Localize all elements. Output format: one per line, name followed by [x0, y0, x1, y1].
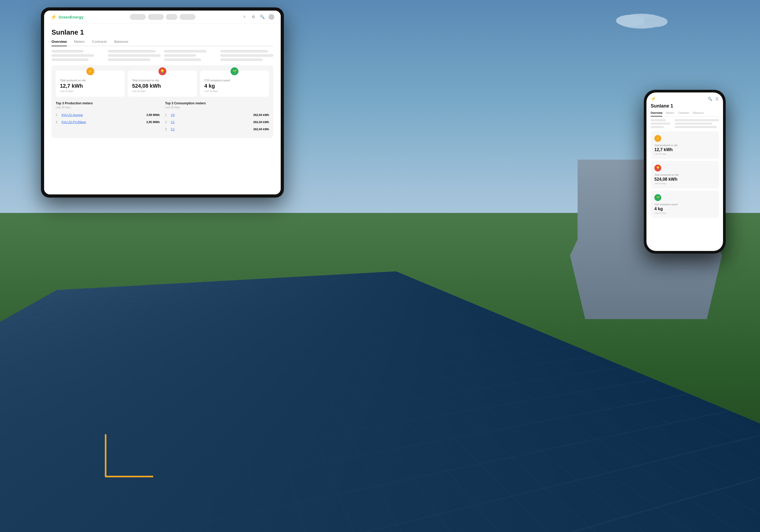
phone-content: Sunlane 1 Overview Meters Contracts Bala…	[646, 103, 723, 251]
co2-period: Last 30 days	[204, 90, 265, 92]
meter-value: 3,99 MWh	[146, 113, 160, 117]
stat-card-consumption: 💡 Total consumed on site 524,08 kWh Last…	[128, 71, 197, 97]
skeleton-col-3	[164, 50, 217, 61]
meter-name-link[interactable]: C1	[171, 121, 253, 123]
production-label: Total produced on site	[60, 79, 120, 82]
meter-name-link[interactable]: KVU-Z2-PV-65kwp	[62, 121, 146, 123]
consumption-table-period: Last 30 days	[165, 106, 269, 109]
tab-balances[interactable]: Balances	[114, 40, 128, 46]
meters-tables: Top 3 Production meters Last 30 days 1 K…	[56, 101, 269, 133]
meter-value: 262,04 kWh	[253, 121, 269, 123]
skeleton-bar	[52, 50, 83, 53]
row-num: 1	[165, 113, 169, 117]
consumption-meters-table: Top 3 Consumption meters Last 30 days 1 …	[165, 101, 269, 133]
phone-stat-co2: 🌱 CO2 emissions saved 4 kg Last 30 days	[651, 190, 719, 218]
tablet-device: ⚡ GreenEnergy ? ⚙ 🔍 Sunl	[41, 7, 284, 198]
logo-area: ⚡ GreenEnergy	[50, 14, 83, 20]
tablet-tab-bar: Overview Meters Contracts Balances	[52, 40, 273, 46]
phone-co2-period: Last 30 days	[654, 212, 715, 214]
svg-point-4	[616, 15, 645, 26]
production-icon: ⚡	[86, 67, 94, 75]
production-table-title: Top 3 Production meters	[56, 101, 160, 105]
row-num: 1	[56, 113, 60, 117]
skeleton-bar	[675, 126, 716, 128]
meter-row: 3 C1 262,04 kWh	[165, 126, 269, 133]
meter-row: 2 KVU-Z2-PV-65kwp 2,85 MWh	[56, 119, 160, 126]
row-num: 2	[165, 121, 169, 123]
skeleton-bar	[220, 54, 273, 57]
meter-name-link[interactable]: KVU-Z1-Summe	[62, 113, 146, 117]
nav-pill-2[interactable]	[148, 14, 164, 20]
phone-skeleton-col-2	[675, 119, 719, 128]
skeleton-bar	[164, 54, 196, 57]
search-icon[interactable]: 🔍	[260, 14, 265, 20]
settings-icon[interactable]: ⚙	[251, 14, 256, 20]
consumption-icon: 💡	[159, 67, 166, 75]
phone-consumption-value: 524,08 kWh	[654, 177, 715, 182]
phone-logo-icon: ⚡	[651, 96, 656, 101]
consumption-period: Last 30 days	[132, 90, 193, 92]
skeleton-bar	[164, 50, 207, 53]
co2-icon: 🌱	[230, 67, 238, 75]
phone-co2-label: CO2 emissions saved	[654, 203, 715, 206]
phone-tab-overview[interactable]: Overview	[651, 112, 662, 117]
phone-production-icon: ⚡	[654, 135, 661, 142]
nav-pill-3[interactable]	[166, 14, 177, 20]
tablet-header: ⚡ GreenEnergy ? ⚙ 🔍	[44, 11, 281, 24]
phone-tab-meters[interactable]: Meters	[666, 112, 674, 117]
tablet-header-icons: ? ⚙ 🔍	[242, 14, 274, 20]
row-num: 2	[56, 121, 60, 123]
skeleton-bar	[108, 54, 161, 57]
help-icon[interactable]: ?	[242, 14, 247, 20]
tab-contracts[interactable]: Contracts	[92, 40, 107, 46]
phone-skeleton	[651, 119, 719, 128]
phone-search-icon[interactable]: 🔍	[708, 97, 712, 101]
consumption-table-title: Top 3 Consumption meters	[165, 101, 269, 105]
skeleton-bar	[220, 58, 263, 61]
co2-label: CO2 emissions saved	[204, 79, 265, 82]
skeleton-bar	[651, 119, 666, 121]
nav-pill-1[interactable]	[130, 14, 146, 20]
consumption-value: 524,08 kWh	[132, 83, 193, 89]
skeleton-bar	[108, 50, 156, 53]
skeleton-col-4	[220, 50, 273, 61]
tablet-content: Sunlane 1 Overview Meters Contracts Bala…	[44, 24, 281, 194]
meter-row: 1 C3 262,04 kWh	[165, 112, 269, 119]
tab-overview[interactable]: Overview	[52, 40, 67, 46]
meter-name-link[interactable]: C3	[171, 113, 253, 117]
nav-pill-4[interactable]	[179, 14, 195, 20]
phone-tab-contracts[interactable]: Contracts	[678, 112, 689, 117]
consumption-label: Total consumed on site	[132, 79, 193, 82]
meter-name-link[interactable]: C1	[171, 127, 253, 131]
skeleton-bar	[675, 119, 719, 121]
svg-point-5	[644, 16, 668, 27]
production-table-period: Last 30 days	[56, 106, 160, 109]
skeleton-col-2	[108, 50, 161, 61]
skeleton-bar	[675, 122, 712, 125]
phone-device: ⚡ 🔍 ☰ Sunlane 1 Overview Meters Contract…	[644, 90, 726, 254]
phone-tab-balances[interactable]: Balances	[693, 112, 704, 117]
orange-bracket	[103, 432, 156, 479]
tablet-screen: ⚡ GreenEnergy ? ⚙ 🔍 Sunl	[44, 11, 281, 194]
meter-value: 262,04 kWh	[253, 127, 269, 131]
phone-menu-icon[interactable]: ☰	[715, 97, 719, 101]
meter-value: 2,85 MWh	[146, 121, 160, 123]
stats-grid: ⚡ Total produced on site 12,7 kWh Last 3…	[56, 71, 269, 97]
phone-consumption-label: Total consumed on site	[654, 173, 715, 176]
nav-pills	[130, 14, 195, 20]
stat-card-production: ⚡ Total produced on site 12,7 kWh Last 3…	[56, 71, 125, 97]
skeleton-bar	[651, 122, 671, 125]
phone-page-title: Sunlane 1	[651, 103, 719, 109]
meter-row: 2 C1 262,04 kWh	[165, 119, 269, 126]
stat-card-co2: 🌱 CO2 emissions saved 4 kg Last 30 days	[200, 71, 269, 97]
phone-screen: ⚡ 🔍 ☰ Sunlane 1 Overview Meters Contract…	[646, 92, 723, 251]
meter-row: 1 KVU-Z1-Summe 3,99 MWh	[56, 112, 160, 119]
tab-meters[interactable]: Meters	[74, 40, 85, 46]
skeleton-bar	[164, 58, 201, 61]
logo-lightning-icon: ⚡	[50, 14, 57, 20]
stats-section: ⚡ Total produced on site 12,7 kWh Last 3…	[52, 65, 273, 138]
co2-value: 4 kg	[204, 83, 265, 89]
production-meters-table: Top 3 Production meters Last 30 days 1 K…	[56, 101, 160, 133]
phone-stat-production: ⚡ Total produced on site 12,7 kWh Last 3…	[651, 131, 719, 159]
user-avatar[interactable]	[268, 14, 274, 20]
